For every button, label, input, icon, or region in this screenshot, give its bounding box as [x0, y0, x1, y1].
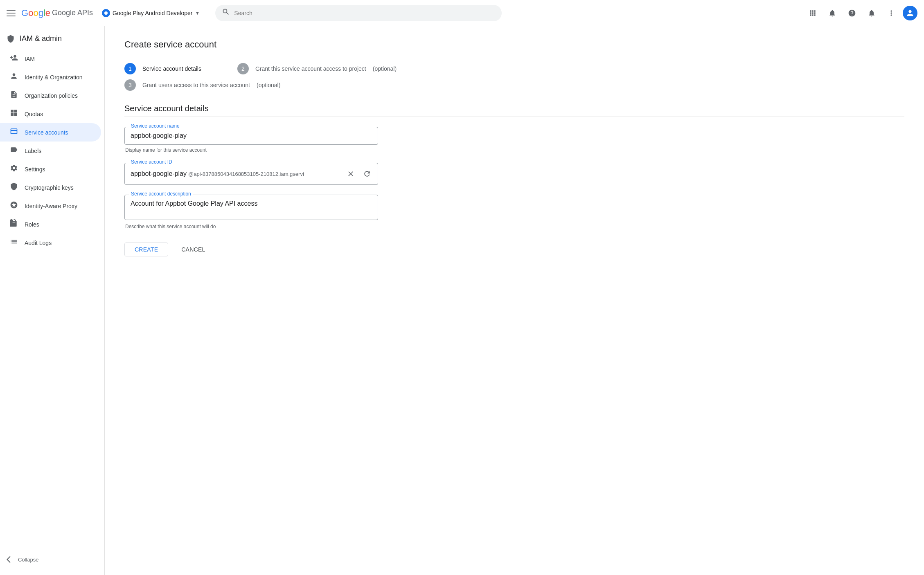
service-account-description-field: Service account description Describe wha…	[124, 195, 904, 229]
sidebar-item-identity-proxy[interactable]: Identity-Aware Proxy	[0, 197, 101, 215]
dropdown-icon: ▼	[195, 10, 200, 16]
page-title: Create service account	[124, 39, 904, 50]
sidebar: IAM & admin IAM Identity & Organization	[0, 26, 105, 575]
form-section: Service account details Service account …	[124, 104, 904, 256]
sidebar-item-quotas-label: Quotas	[25, 111, 43, 117]
stepper: 1 Service account details 2 Grant this s…	[124, 63, 904, 91]
service-account-name-label: Service account name	[129, 123, 181, 129]
help-icon-btn[interactable]	[844, 5, 860, 21]
iam-admin-icon	[7, 35, 15, 43]
org-policies-icon	[10, 90, 18, 101]
service-account-id-label: Service account ID	[129, 159, 174, 165]
nav-right	[805, 5, 917, 21]
sidebar-item-audit-logs-label: Audit Logs	[25, 240, 52, 246]
audit-logs-icon	[10, 238, 18, 248]
sidebar-item-identity-org[interactable]: Identity & Organization	[0, 68, 101, 86]
sidebar-item-audit-logs[interactable]: Audit Logs	[0, 234, 101, 252]
service-account-id-field: Service account ID appbot-google-play @a…	[124, 163, 904, 185]
sidebar-item-labels-label: Labels	[25, 148, 41, 154]
service-account-id-value: appbot-google-play	[131, 170, 187, 177]
id-clear-btn[interactable]	[343, 166, 358, 181]
service-account-description-label: Service account description	[129, 191, 193, 197]
project-dot-icon	[102, 9, 110, 17]
sidebar-item-org-policies-label: Organization policies	[25, 92, 78, 99]
stepper-row-1: 1 Service account details 2 Grant this s…	[124, 63, 904, 74]
top-nav: Google Google APIs Google Play Android D…	[0, 0, 924, 26]
sidebar-collapse-btn[interactable]: Collapse	[0, 550, 104, 568]
sidebar-collapse-label: Collapse	[18, 557, 39, 563]
sidebar-item-identity-proxy-label: Identity-Aware Proxy	[25, 203, 77, 209]
service-account-name-input[interactable]	[124, 127, 378, 145]
stepper-row-2: 3 Grant users access to this service acc…	[124, 79, 904, 91]
service-account-id-suffix: @api-8378850434168853105-210812.iam.gser…	[188, 171, 342, 177]
sidebar-item-service-accounts[interactable]: Service accounts	[0, 123, 101, 142]
step-divider-2	[406, 69, 423, 69]
service-account-description-input[interactable]	[124, 195, 378, 220]
sidebar-item-quotas[interactable]: Quotas	[0, 105, 101, 123]
sidebar-item-service-accounts-label: Service accounts	[25, 129, 68, 136]
cancel-button[interactable]: CANCEL	[171, 243, 215, 256]
project-name: Google Play Android Developer	[113, 10, 192, 16]
crypto-keys-icon	[10, 182, 18, 193]
labels-icon	[10, 146, 18, 156]
sidebar-title: IAM & admin	[20, 34, 62, 43]
sidebar-item-crypto-keys[interactable]: Cryptographic keys	[0, 178, 101, 197]
id-field-actions	[343, 166, 374, 181]
service-accounts-icon	[10, 127, 18, 137]
create-button[interactable]: CREATE	[124, 243, 168, 256]
settings-icon	[10, 164, 18, 174]
step-3-bubble: 3	[124, 79, 136, 91]
google-logo: Google Google APIs	[21, 8, 93, 18]
search-input[interactable]	[234, 10, 495, 16]
sidebar-item-org-policies[interactable]: Organization policies	[0, 86, 101, 105]
sidebar-item-roles[interactable]: Roles	[0, 215, 101, 234]
sidebar-item-crypto-keys-label: Cryptographic keys	[25, 184, 74, 191]
alert-icon-btn[interactable]	[824, 5, 841, 21]
identity-org-icon	[10, 72, 18, 82]
action-row: CREATE CANCEL	[124, 243, 904, 256]
identity-proxy-icon	[10, 201, 18, 211]
sidebar-item-iam-label: IAM	[25, 56, 35, 62]
step-3-label: Grant users access to this service accou…	[142, 82, 250, 88]
step-2-label: Grant this service account access to pro…	[255, 65, 366, 72]
search-bar	[215, 5, 502, 21]
form-section-title: Service account details	[124, 104, 904, 117]
sidebar-item-settings-label: Settings	[25, 166, 45, 173]
hamburger-menu[interactable]	[7, 8, 16, 18]
step-1-bubble: 1	[124, 63, 136, 74]
apps-icon-btn[interactable]	[805, 5, 821, 21]
project-selector[interactable]: Google Play Android Developer ▼	[98, 7, 204, 20]
service-account-id-wrap: appbot-google-play @api-8378850434168853…	[124, 163, 378, 185]
step-1-label: Service account details	[142, 65, 201, 72]
step-3-optional: (optional)	[257, 82, 280, 88]
sidebar-nav: IAM Identity & Organization Organization…	[0, 49, 104, 550]
service-account-name-hint: Display name for this service account	[124, 147, 904, 153]
sidebar-item-settings[interactable]: Settings	[0, 160, 101, 178]
sidebar-item-roles-label: Roles	[25, 221, 39, 228]
search-icon	[222, 8, 230, 18]
quotas-icon	[10, 109, 18, 119]
service-account-name-field: Service account name Display name for th…	[124, 127, 904, 153]
notifications-icon-btn[interactable]	[863, 5, 880, 21]
user-avatar[interactable]	[903, 6, 917, 20]
sidebar-item-iam[interactable]: IAM	[0, 49, 101, 68]
more-vert-icon-btn[interactable]	[883, 5, 899, 21]
sidebar-header: IAM & admin	[0, 26, 104, 49]
step-2-bubble: 2	[237, 63, 249, 74]
service-account-description-hint: Describe what this service account will …	[124, 224, 904, 229]
main-layout: IAM & admin IAM Identity & Organization	[0, 26, 924, 575]
step-2-optional: (optional)	[373, 65, 397, 72]
id-refresh-btn[interactable]	[360, 166, 374, 181]
sidebar-item-labels[interactable]: Labels	[0, 142, 101, 160]
iam-icon	[10, 54, 18, 64]
content-area: Create service account 1 Service account…	[105, 26, 924, 575]
sidebar-item-identity-org-label: Identity & Organization	[25, 74, 83, 81]
roles-icon	[10, 219, 18, 229]
step-divider-1	[211, 69, 228, 69]
